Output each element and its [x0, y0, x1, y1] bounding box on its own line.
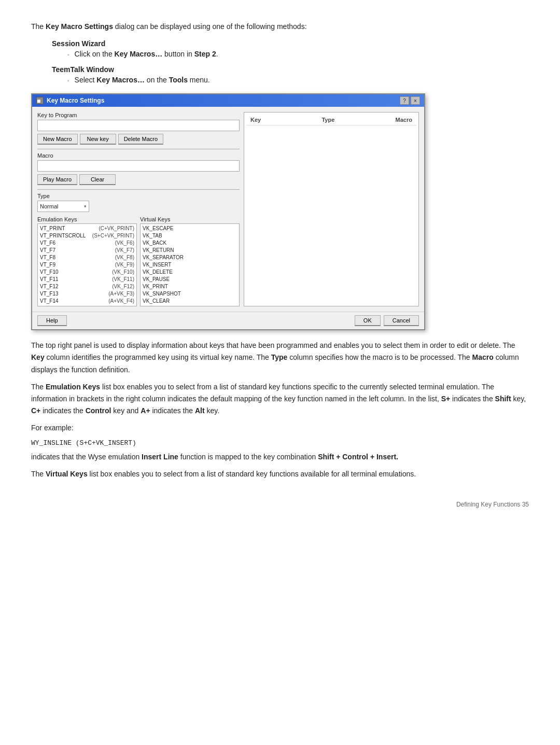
dialog-footer: Help OK Cancel — [32, 312, 424, 329]
bullet-dot-2: ◦ — [67, 78, 69, 83]
titlebar-left: ■ Key Macro Settings — [36, 97, 104, 104]
virtual-key-row[interactable]: VK_INSERT — [142, 261, 238, 269]
right-col-macro: Macro — [396, 117, 412, 123]
section1-heading: Session Wizard — [52, 39, 529, 48]
emulation-key-row[interactable]: VT_F14(A+VK_F4) — [39, 298, 135, 305]
virtual-key-name: VK_ESCAPE — [143, 225, 173, 232]
new-macro-button[interactable]: New Macro — [37, 134, 78, 145]
dialog-title: Key Macro Settings — [47, 97, 104, 104]
emulation-key-row[interactable]: VT_PRINT(C+VK_PRINT) — [39, 225, 135, 232]
emulation-key-name: VT_F10 — [40, 269, 59, 276]
bullet-dot-1: ◦ — [67, 52, 69, 58]
desc4-paragraph: The Virtual Keys list box enables you to… — [31, 468, 529, 480]
emulation-key-row[interactable]: VT_F7(VK_F7) — [39, 247, 135, 254]
emulation-key-row[interactable]: VT_F13(A+VK_F3) — [39, 290, 135, 298]
intro-bold1: Key Macro Settings — [46, 22, 113, 31]
dialog-wrapper: ■ Key Macro Settings ? × Key to Program … — [31, 93, 529, 330]
macro-label: Macro — [37, 152, 240, 159]
for-example-label: For example: — [31, 422, 529, 434]
virtual-keys-scroll[interactable]: VK_ESCAPEVK_TABVK_BACKVK_RETURNVK_SEPARA… — [142, 225, 238, 305]
separator-2 — [37, 189, 240, 190]
dialog-right-panel[interactable]: Key Type Macro — [244, 112, 419, 306]
emulation-keys-label: Emulation Keys — [37, 216, 137, 222]
play-macro-button[interactable]: Play Macro — [37, 174, 77, 185]
virtual-key-row[interactable]: VK_BACK — [142, 240, 238, 247]
emulation-key-name: VT_F13 — [40, 290, 59, 298]
key-macro-settings-dialog: ■ Key Macro Settings ? × Key to Program … — [31, 93, 425, 330]
type-section: Type Normal ▾ — [37, 193, 240, 212]
emulation-key-mapping: (A+VK_F4) — [108, 298, 134, 305]
close-titlebar-button[interactable]: × — [411, 96, 420, 105]
right-panel-header: Key Type Macro — [246, 115, 416, 125]
emulation-key-mapping: (VK_F7) — [115, 247, 134, 254]
right-col-key: Key — [250, 117, 261, 123]
emulation-key-mapping: (VK_F10) — [112, 269, 134, 276]
emulation-key-mapping: (VK_F8) — [115, 254, 134, 261]
virtual-key-row[interactable]: VK_PAUSE — [142, 276, 238, 283]
virtual-key-row[interactable]: VK_PRINT — [142, 283, 238, 290]
virtual-key-row[interactable]: VK_ESCAPE — [142, 225, 238, 232]
key-to-program-label: Key to Program — [37, 112, 240, 118]
virtual-key-name: VK_SNAPSHOT — [143, 290, 181, 298]
key-to-program-input[interactable] — [37, 120, 240, 131]
new-key-button[interactable]: New key — [80, 134, 116, 145]
emulation-key-row[interactable]: VT_F12(VK_F12) — [39, 283, 135, 290]
virtual-key-name: VK_BACK — [143, 240, 166, 247]
emulation-keys-listbox[interactable]: VT_PRINT(C+VK_PRINT)VT_PRINTSCROLL(S+C+V… — [37, 223, 137, 306]
virtual-key-name: VK_SEPARATOR — [143, 254, 184, 261]
delete-macro-button[interactable]: Delete Macro — [118, 134, 163, 145]
emulation-key-mapping: (C+VK_PRINT) — [99, 225, 134, 232]
dialog-body: Key to Program New Macro New key Delete … — [32, 107, 424, 312]
type-label: Type — [37, 193, 240, 199]
intro-text1: The — [31, 22, 46, 31]
dialog-icon: ■ — [36, 97, 44, 104]
virtual-keys-label: Virtual Keys — [140, 216, 240, 222]
key-program-btn-row: New Macro New key Delete Macro — [37, 134, 240, 145]
type-dropdown[interactable]: Normal ▾ — [37, 201, 89, 212]
emulation-key-mapping: (VK_F9) — [115, 261, 134, 269]
emulation-key-row[interactable]: VT_PRINTSCROLL(S+C+VK_PRINT) — [39, 232, 135, 240]
section2-heading: TeemTalk Window — [52, 65, 529, 74]
section1-bullet: ◦ Click on the Key Macros… button in Ste… — [67, 50, 529, 58]
dialog-left-panel: Key to Program New Macro New key Delete … — [37, 112, 240, 306]
separator-1 — [37, 149, 240, 149]
emulation-key-name: VT_F11 — [40, 276, 59, 283]
emulation-key-row[interactable]: VT_F11(VK_F11) — [39, 276, 135, 283]
emulation-key-row[interactable]: VT_F10(VK_F10) — [39, 269, 135, 276]
section1-bullet-text: Click on the Key Macros… button in Step … — [75, 50, 218, 58]
section2-bullet: ◦ Select Key Macros… on the Tools menu. — [67, 76, 529, 84]
virtual-keys-listbox[interactable]: VK_ESCAPEVK_TABVK_BACKVK_RETURNVK_SEPARA… — [140, 223, 240, 306]
emulation-keys-scroll[interactable]: VT_PRINT(C+VK_PRINT)VT_PRINTSCROLL(S+C+V… — [39, 225, 135, 305]
virtual-key-row[interactable]: VK_SEPARATOR — [142, 254, 238, 261]
virtual-key-row[interactable]: VK_SNAPSHOT — [142, 290, 238, 298]
page-footer: Defining Key Functions 35 — [31, 501, 529, 508]
clear-button[interactable]: Clear — [79, 174, 116, 185]
section2-bullet-text: Select Key Macros… on the Tools menu. — [75, 76, 210, 84]
cancel-button[interactable]: Cancel — [384, 315, 419, 326]
key-to-program-section: Key to Program New Macro New key Delete … — [37, 112, 240, 145]
macro-input[interactable] — [37, 160, 240, 172]
emulation-key-mapping: (VK_F6) — [115, 240, 134, 247]
code-example: WY_INSLINE (S+C+VK_INSERT) — [31, 439, 529, 447]
emulation-key-row[interactable]: VT_F8(VK_F8) — [39, 254, 135, 261]
emulation-key-name: VT_F9 — [40, 261, 55, 269]
virtual-key-row[interactable]: VK_RETURN — [142, 247, 238, 254]
emulation-key-name: VT_F14 — [40, 298, 59, 305]
right-col-type: Type — [321, 117, 334, 123]
intro-paragraph: The Key Macro Settings dialog can be dis… — [31, 21, 529, 32]
ok-button[interactable]: OK — [355, 315, 381, 326]
keys-section: Emulation Keys VT_PRINT(C+VK_PRINT)VT_PR… — [37, 216, 240, 306]
titlebar-controls: ? × — [400, 96, 420, 105]
help-footer-button[interactable]: Help — [37, 315, 67, 326]
desc1-paragraph: The top right panel is used to display i… — [31, 340, 529, 375]
virtual-keys-panel: Virtual Keys VK_ESCAPEVK_TABVK_BACKVK_RE… — [140, 216, 240, 306]
virtual-key-row[interactable]: VK_TAB — [142, 232, 238, 240]
virtual-key-name: VK_INSERT — [143, 261, 171, 269]
emulation-key-name: VT_F8 — [40, 254, 55, 261]
emulation-key-mapping: (VK_F12) — [112, 283, 134, 290]
emulation-key-row[interactable]: VT_F6(VK_F6) — [39, 240, 135, 247]
virtual-key-row[interactable]: VK_CLEAR — [142, 298, 238, 305]
virtual-key-row[interactable]: VK_DELETE — [142, 269, 238, 276]
emulation-key-row[interactable]: VT_F9(VK_F9) — [39, 261, 135, 269]
help-titlebar-button[interactable]: ? — [400, 96, 409, 105]
